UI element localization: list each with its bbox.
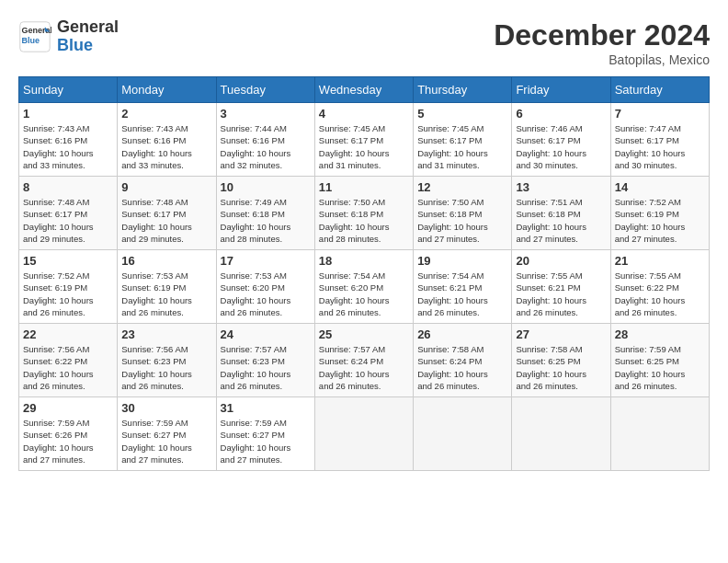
day-number: 15 bbox=[23, 254, 113, 268]
logo-icon: General Blue bbox=[18, 20, 51, 53]
table-row: 16Sunrise: 7:53 AM Sunset: 6:19 PM Dayli… bbox=[118, 250, 216, 324]
day-number: 5 bbox=[417, 107, 507, 121]
logo-text: General Blue bbox=[57, 18, 119, 55]
day-number: 25 bbox=[319, 327, 409, 341]
day-number: 17 bbox=[221, 254, 311, 268]
day-number: 31 bbox=[221, 401, 311, 415]
day-info: Sunrise: 7:48 AM Sunset: 6:17 PM Dayligh… bbox=[23, 196, 113, 245]
calendar-week-row: 22Sunrise: 7:56 AM Sunset: 6:22 PM Dayli… bbox=[19, 324, 710, 397]
table-row bbox=[512, 397, 610, 471]
table-row bbox=[314, 397, 413, 471]
logo-line1: General bbox=[57, 17, 119, 36]
day-info: Sunrise: 7:47 AM Sunset: 6:17 PM Dayligh… bbox=[615, 122, 705, 171]
table-row: 8Sunrise: 7:48 AM Sunset: 6:17 PM Daylig… bbox=[19, 177, 118, 250]
day-number: 13 bbox=[516, 180, 606, 194]
table-row: 2Sunrise: 7:43 AM Sunset: 6:16 PM Daylig… bbox=[118, 103, 216, 177]
table-row: 14Sunrise: 7:52 AM Sunset: 6:19 PM Dayli… bbox=[610, 177, 709, 250]
day-info: Sunrise: 7:46 AM Sunset: 6:17 PM Dayligh… bbox=[516, 122, 606, 171]
day-info: Sunrise: 7:44 AM Sunset: 6:16 PM Dayligh… bbox=[221, 122, 311, 171]
table-row: 7Sunrise: 7:47 AM Sunset: 6:17 PM Daylig… bbox=[610, 103, 709, 177]
day-info: Sunrise: 7:57 AM Sunset: 6:23 PM Dayligh… bbox=[221, 343, 311, 392]
calendar-week-row: 1Sunrise: 7:43 AM Sunset: 6:16 PM Daylig… bbox=[19, 103, 710, 177]
day-number: 10 bbox=[221, 180, 311, 194]
table-row: 15Sunrise: 7:52 AM Sunset: 6:19 PM Dayli… bbox=[19, 250, 118, 324]
table-row: 9Sunrise: 7:48 AM Sunset: 6:17 PM Daylig… bbox=[118, 177, 216, 250]
table-row: 29Sunrise: 7:59 AM Sunset: 6:26 PM Dayli… bbox=[19, 397, 118, 471]
col-wednesday: Wednesday bbox=[314, 77, 413, 103]
day-number: 28 bbox=[615, 327, 705, 341]
day-info: Sunrise: 7:43 AM Sunset: 6:16 PM Dayligh… bbox=[121, 122, 211, 171]
day-info: Sunrise: 7:52 AM Sunset: 6:19 PM Dayligh… bbox=[615, 196, 705, 245]
title-block: December 2024 Batopilas, Mexico bbox=[494, 18, 710, 67]
day-number: 1 bbox=[23, 107, 113, 121]
day-number: 3 bbox=[221, 107, 311, 121]
table-row: 17Sunrise: 7:53 AM Sunset: 6:20 PM Dayli… bbox=[216, 250, 314, 324]
col-monday: Monday bbox=[118, 77, 216, 103]
table-row: 12Sunrise: 7:50 AM Sunset: 6:18 PM Dayli… bbox=[414, 177, 512, 250]
calendar-week-row: 29Sunrise: 7:59 AM Sunset: 6:26 PM Dayli… bbox=[19, 397, 710, 471]
day-number: 11 bbox=[319, 180, 409, 194]
day-number: 9 bbox=[121, 180, 211, 194]
month-title: December 2024 bbox=[494, 18, 710, 52]
table-row: 26Sunrise: 7:58 AM Sunset: 6:24 PM Dayli… bbox=[414, 324, 512, 397]
page-header: General Blue General Blue December 2024 … bbox=[18, 18, 710, 67]
day-info: Sunrise: 7:58 AM Sunset: 6:25 PM Dayligh… bbox=[516, 343, 606, 392]
table-row: 27Sunrise: 7:58 AM Sunset: 6:25 PM Dayli… bbox=[512, 324, 610, 397]
day-number: 29 bbox=[23, 401, 113, 415]
day-number: 21 bbox=[615, 254, 705, 268]
calendar-table: Sunday Monday Tuesday Wednesday Thursday… bbox=[18, 76, 710, 471]
day-info: Sunrise: 7:53 AM Sunset: 6:20 PM Dayligh… bbox=[221, 270, 311, 318]
day-info: Sunrise: 7:54 AM Sunset: 6:21 PM Dayligh… bbox=[417, 270, 507, 318]
table-row: 10Sunrise: 7:49 AM Sunset: 6:18 PM Dayli… bbox=[216, 177, 314, 250]
location: Batopilas, Mexico bbox=[494, 52, 710, 67]
day-info: Sunrise: 7:59 AM Sunset: 6:27 PM Dayligh… bbox=[121, 417, 211, 465]
day-info: Sunrise: 7:55 AM Sunset: 6:21 PM Dayligh… bbox=[516, 270, 606, 318]
day-info: Sunrise: 7:52 AM Sunset: 6:19 PM Dayligh… bbox=[23, 270, 113, 318]
table-row: 22Sunrise: 7:56 AM Sunset: 6:22 PM Dayli… bbox=[19, 324, 118, 397]
col-sunday: Sunday bbox=[19, 77, 118, 103]
day-number: 26 bbox=[417, 327, 507, 341]
day-info: Sunrise: 7:59 AM Sunset: 6:27 PM Dayligh… bbox=[221, 417, 311, 465]
day-number: 12 bbox=[417, 180, 507, 194]
table-row: 24Sunrise: 7:57 AM Sunset: 6:23 PM Dayli… bbox=[216, 324, 314, 397]
day-number: 2 bbox=[121, 107, 211, 121]
table-row: 13Sunrise: 7:51 AM Sunset: 6:18 PM Dayli… bbox=[512, 177, 610, 250]
table-row: 20Sunrise: 7:55 AM Sunset: 6:21 PM Dayli… bbox=[512, 250, 610, 324]
day-number: 23 bbox=[121, 327, 211, 341]
day-number: 18 bbox=[319, 254, 409, 268]
calendar-header-row: Sunday Monday Tuesday Wednesday Thursday… bbox=[19, 77, 710, 103]
table-row: 25Sunrise: 7:57 AM Sunset: 6:24 PM Dayli… bbox=[314, 324, 413, 397]
day-info: Sunrise: 7:50 AM Sunset: 6:18 PM Dayligh… bbox=[319, 196, 409, 245]
table-row: 1Sunrise: 7:43 AM Sunset: 6:16 PM Daylig… bbox=[19, 103, 118, 177]
day-info: Sunrise: 7:56 AM Sunset: 6:23 PM Dayligh… bbox=[121, 343, 211, 392]
table-row: 28Sunrise: 7:59 AM Sunset: 6:25 PM Dayli… bbox=[610, 324, 709, 397]
day-info: Sunrise: 7:45 AM Sunset: 6:17 PM Dayligh… bbox=[319, 122, 409, 171]
table-row: 11Sunrise: 7:50 AM Sunset: 6:18 PM Dayli… bbox=[314, 177, 413, 250]
logo-line2: Blue bbox=[57, 36, 93, 54]
day-info: Sunrise: 7:59 AM Sunset: 6:25 PM Dayligh… bbox=[615, 343, 705, 392]
table-row: 18Sunrise: 7:54 AM Sunset: 6:20 PM Dayli… bbox=[314, 250, 413, 324]
table-row: 21Sunrise: 7:55 AM Sunset: 6:22 PM Dayli… bbox=[610, 250, 709, 324]
day-number: 30 bbox=[121, 401, 211, 415]
day-info: Sunrise: 7:55 AM Sunset: 6:22 PM Dayligh… bbox=[615, 270, 705, 318]
day-number: 20 bbox=[516, 254, 606, 268]
table-row bbox=[414, 397, 512, 471]
day-number: 4 bbox=[319, 107, 409, 121]
day-number: 7 bbox=[615, 107, 705, 121]
col-saturday: Saturday bbox=[610, 77, 709, 103]
table-row: 3Sunrise: 7:44 AM Sunset: 6:16 PM Daylig… bbox=[216, 103, 314, 177]
table-row bbox=[610, 397, 709, 471]
day-info: Sunrise: 7:43 AM Sunset: 6:16 PM Dayligh… bbox=[23, 122, 113, 171]
logo: General Blue General Blue bbox=[18, 18, 119, 55]
day-number: 19 bbox=[417, 254, 507, 268]
col-tuesday: Tuesday bbox=[216, 77, 314, 103]
day-info: Sunrise: 7:57 AM Sunset: 6:24 PM Dayligh… bbox=[319, 343, 409, 392]
col-thursday: Thursday bbox=[414, 77, 512, 103]
day-info: Sunrise: 7:50 AM Sunset: 6:18 PM Dayligh… bbox=[417, 196, 507, 245]
table-row: 6Sunrise: 7:46 AM Sunset: 6:17 PM Daylig… bbox=[512, 103, 610, 177]
day-info: Sunrise: 7:59 AM Sunset: 6:26 PM Dayligh… bbox=[23, 417, 113, 465]
day-info: Sunrise: 7:53 AM Sunset: 6:19 PM Dayligh… bbox=[121, 270, 211, 318]
table-row: 4Sunrise: 7:45 AM Sunset: 6:17 PM Daylig… bbox=[314, 103, 413, 177]
table-row: 30Sunrise: 7:59 AM Sunset: 6:27 PM Dayli… bbox=[118, 397, 216, 471]
day-number: 16 bbox=[121, 254, 211, 268]
